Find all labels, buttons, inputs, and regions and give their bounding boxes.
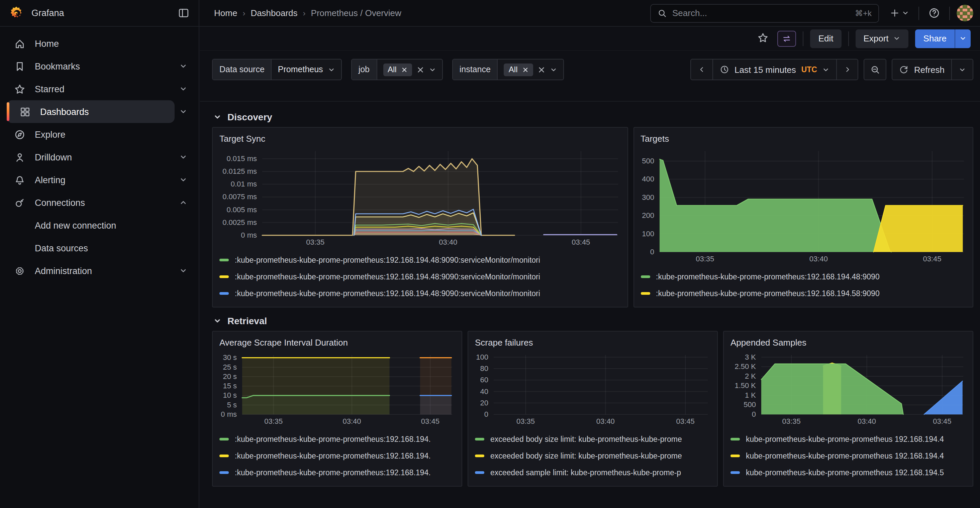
sidebar-item-body[interactable]: Data sources [7, 237, 175, 259]
sidebar-item-drilldown[interactable]: Drilldown [7, 146, 192, 168]
sidebar-item-dashboards[interactable]: Dashboards [7, 100, 192, 123]
sidebar-item-body[interactable]: Administration [7, 259, 175, 282]
switch-view-button[interactable] [778, 30, 796, 46]
instance-filter-chip[interactable]: All [504, 63, 533, 76]
svg-text:03:40: 03:40 [439, 238, 457, 246]
legend-series-marker [220, 438, 229, 440]
legend-series-label: :kube-prometheus-kube-prome-prometheus:1… [235, 272, 540, 280]
add-new-button[interactable] [887, 5, 912, 21]
sidebar-item-body[interactable]: Explore [7, 123, 175, 146]
star-icon [757, 32, 769, 43]
sidebar-item-label: Connections [35, 197, 85, 208]
legend-item[interactable]: kube-prometheus-kube-prome-prometheus 19… [730, 447, 966, 464]
sidebar-item-body[interactable]: Add new connection [7, 214, 175, 237]
sidebar-item-body[interactable]: Bookmarks [7, 55, 175, 78]
refresh-button[interactable]: Refresh [893, 59, 951, 79]
sidebar-item-bookmarks[interactable]: Bookmarks [7, 55, 192, 78]
star-dashboard-button[interactable] [756, 30, 771, 47]
legend-item[interactable]: exceeded sample limit: kube-prometheus-k… [475, 464, 710, 481]
sidebar-item-body[interactable]: Home [7, 32, 175, 55]
sidebar-item-connections[interactable]: Connections [7, 191, 192, 214]
time-shift-forward-button[interactable] [837, 59, 858, 79]
dashboard-scroll-area[interactable]: Discovery Target Sync 0 ms0.0025 ms0.005… [200, 102, 980, 508]
panel-title[interactable]: Target Sync [220, 131, 620, 147]
search-input-wrapper[interactable]: ⌘+k [650, 4, 879, 22]
legend-item[interactable]: :kube-prometheus-kube-prome-prometheus:1… [220, 447, 455, 464]
divider [848, 31, 848, 46]
user-avatar[interactable] [956, 5, 973, 21]
share-options-button[interactable] [955, 29, 970, 48]
export-button[interactable]: Export [855, 29, 908, 48]
sidebar-item-body[interactable]: Drilldown [7, 146, 175, 168]
share-button-group: Share [915, 29, 970, 48]
svg-text:0.01 ms: 0.01 ms [231, 180, 257, 188]
sidebar-item-body[interactable]: Connections [7, 191, 175, 214]
chevron-up-icon[interactable] [175, 198, 192, 206]
job-filter-chip[interactable]: All [383, 63, 412, 76]
chevron-down-icon [959, 35, 967, 42]
legend-item[interactable]: :kube-prometheus-kube-prome-prometheus:1… [220, 464, 455, 481]
legend-item[interactable]: :kube-prometheus-kube-prome-prometheus:1… [220, 251, 620, 268]
chevron-down-icon[interactable] [175, 176, 192, 184]
sidebar-item-starred[interactable]: Starred [7, 78, 192, 100]
panel-title[interactable]: Average Scrape Interval Duration [220, 335, 455, 351]
clear-filter-icon[interactable] [538, 66, 545, 73]
chevron-down-icon [959, 66, 966, 73]
chevron-down-icon[interactable] [175, 62, 192, 70]
sidebar-item-alerting[interactable]: Alerting [7, 168, 192, 191]
legend-item[interactable]: :kube-prometheus-kube-prome-prometheus:1… [220, 268, 620, 285]
chevron-down-icon[interactable] [429, 66, 436, 73]
plus-icon [890, 8, 900, 18]
chevron-down-icon[interactable] [175, 108, 192, 116]
panel-title[interactable]: Targets [641, 131, 966, 147]
close-icon[interactable] [522, 67, 528, 73]
legend-item[interactable]: :kube-prometheus-kube-prome-prometheus:1… [641, 268, 966, 285]
help-button[interactable] [926, 5, 943, 21]
section-discovery[interactable]: Discovery [213, 112, 973, 122]
sidebar-item-explore[interactable]: Explore [7, 123, 192, 146]
search-input[interactable] [672, 8, 850, 18]
refresh-interval-button[interactable] [951, 59, 973, 79]
sidebar-item-body[interactable]: Dashboards [7, 100, 175, 123]
zoom-out-button[interactable] [865, 59, 886, 79]
sidebar-nav: HomeBookmarksStarredDashboardsExploreDri… [0, 27, 199, 508]
chevron-down-icon[interactable] [175, 153, 192, 161]
sidebar-item-label: Data sources [35, 243, 88, 253]
sidebar-item-add-new-connection[interactable]: Add new connection [7, 214, 192, 237]
datasource-value[interactable]: Prometheus [272, 59, 341, 79]
breadcrumb-item-dashboards[interactable]: Dashboards [251, 8, 298, 18]
legend-item[interactable]: exceeded body size limit: kube-prometheu… [475, 447, 710, 464]
sidebar-item-administration[interactable]: Administration [7, 259, 192, 282]
close-icon[interactable] [401, 67, 407, 73]
legend-item[interactable]: kube-prometheus-kube-prome-prometheus 19… [730, 430, 966, 447]
clear-filter-icon[interactable] [417, 66, 424, 73]
legend-series-marker [220, 471, 229, 473]
chevron-down-icon[interactable] [175, 267, 192, 275]
sidebar-item-data-sources[interactable]: Data sources [7, 237, 192, 259]
legend-item[interactable]: kube-prometheus-kube-prome-prometheus 19… [730, 464, 966, 481]
chevron-down-icon[interactable] [550, 66, 557, 73]
sidebar-item-body[interactable]: Alerting [7, 168, 175, 191]
legend-item[interactable]: exceeded body size limit: kube-prometheu… [475, 430, 710, 447]
panel-title[interactable]: Scrape failures [475, 335, 710, 351]
legend-item[interactable]: :kube-prometheus-kube-prome-prometheus:1… [220, 285, 620, 302]
share-button[interactable]: Share [915, 29, 955, 48]
legend-item[interactable]: :kube-prometheus-kube-prome-prometheus:1… [641, 285, 966, 302]
section-retrieval[interactable]: Retrieval [213, 316, 973, 326]
edit-button[interactable]: Edit [810, 29, 842, 48]
drilldown-icon [13, 151, 25, 163]
sidebar-item-home[interactable]: Home [7, 32, 192, 55]
grafana-app: Grafana Home › Dashboards › Prometheus /… [0, 0, 980, 508]
time-range-picker[interactable]: Last 15 minutes UTC [713, 59, 837, 79]
legend-item[interactable]: :kube-prometheus-kube-prome-prometheus:1… [220, 430, 455, 447]
panel-title[interactable]: Appended Samples [730, 335, 966, 351]
sidebar-item-body[interactable]: Starred [7, 78, 175, 100]
legend-series-label: :kube-prometheus-kube-prome-prometheus:1… [235, 289, 540, 297]
instance-filter-value: All [498, 59, 563, 79]
datasource-picker: Data source Prometheus [212, 59, 342, 80]
job-filter-value: All [377, 59, 442, 79]
sidebar-collapse-button[interactable] [178, 7, 189, 19]
chevron-down-icon[interactable] [175, 85, 192, 93]
breadcrumb-item-home[interactable]: Home [214, 8, 237, 18]
time-shift-back-button[interactable] [691, 59, 713, 79]
